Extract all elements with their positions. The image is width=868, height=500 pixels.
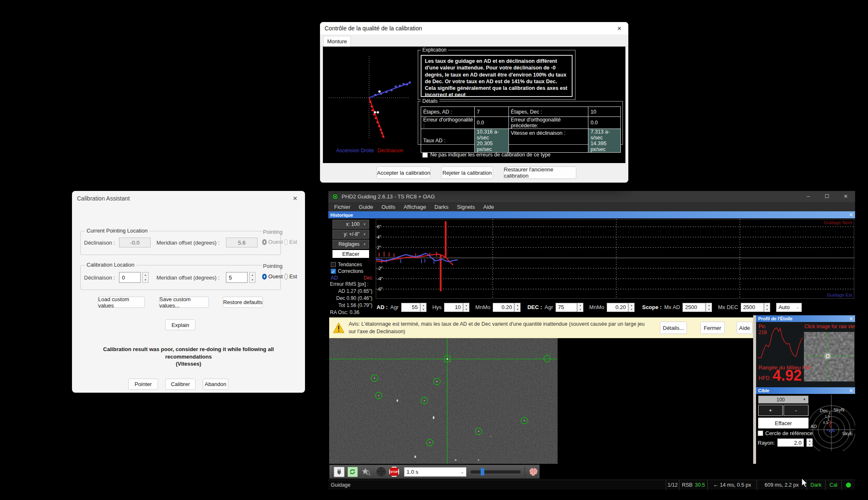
loop-button[interactable] (347, 467, 358, 477)
alert-details-button[interactable]: Détails... (660, 322, 687, 334)
guidage-nord-label: Guidage Nord (824, 220, 853, 225)
history-pane-titlebar[interactable]: Historique ✕ (328, 211, 855, 218)
star-profile-titlebar[interactable]: Profil de l'Étoile ✕ (756, 315, 855, 322)
restore-defaults-button[interactable]: Restore defaults (223, 297, 263, 308)
connect-button[interactable] (334, 467, 345, 477)
abandon-button[interactable]: Abandon (203, 379, 228, 390)
hysteresis-spinner[interactable]: ▲▼ (463, 303, 469, 312)
minimize-button[interactable]: ─ (799, 191, 818, 202)
target-pane-close-icon[interactable]: ✕ (849, 388, 853, 394)
cal-dec-spinner[interactable]: ▲▼ (142, 272, 149, 283)
stretch-slider[interactable] (471, 467, 521, 477)
calibrer-button[interactable]: Calibrer (165, 379, 196, 390)
menu-outils[interactable]: Outils (377, 204, 399, 210)
corrections-checkbox-box[interactable]: ✓ (331, 269, 336, 274)
effacer-button[interactable]: Effacer (332, 250, 369, 258)
brain-button[interactable] (528, 467, 539, 477)
menu-guide[interactable]: Guide (355, 204, 377, 210)
raw-view-hint[interactable]: Click image for raw view (804, 324, 855, 329)
star-closeup-image[interactable] (804, 332, 854, 381)
dec-aggression-input[interactable]: 75 (556, 303, 577, 312)
ytick-4: 4" (377, 235, 381, 240)
status-frame-count: 1/12 (666, 480, 679, 490)
dec-aggression-spinner[interactable]: ▲▼ (577, 303, 583, 312)
dec-minmove-input[interactable]: 0.20 (607, 303, 628, 312)
tendances-checkbox[interactable]: Tendances (331, 262, 362, 267)
tendances-checkbox-box[interactable] (331, 262, 336, 267)
dont-show-checkbox-box[interactable] (422, 152, 428, 158)
history-graph: 6" 4" 2" -2" -4" -6" Guidage Nord Guidag… (376, 219, 854, 299)
window-title: PHD2 Guiding 2.6.13 - TS RC8 + OAG (342, 193, 435, 200)
cal-ouest-radio[interactable] (262, 274, 267, 280)
explication-group: Explication Les taux de guidage en AD et… (418, 50, 575, 100)
menu-aide[interactable]: Aide (479, 204, 498, 210)
maximize-button[interactable]: ☐ (818, 191, 836, 202)
alert-fermer-button[interactable]: Fermer (700, 322, 725, 334)
calibration-tab-page: Ascension Droite Déclinaison Explication… (323, 47, 625, 163)
guide-button[interactable] (375, 467, 387, 477)
pointer-button[interactable]: Pointer (128, 379, 158, 390)
menu-fichier[interactable]: Fichier (330, 204, 355, 210)
reference-circle-checkbox-box[interactable] (758, 431, 763, 436)
ad-minmove-spinner[interactable]: ▲▼ (514, 303, 521, 312)
save-custom-values-button[interactable]: Save custom values... (159, 297, 209, 308)
status-last-move-ra: ← 14 ms, 0.5 px (707, 480, 756, 490)
close-button[interactable]: ✕ (836, 191, 855, 202)
hysteresis-input[interactable]: 10 (444, 303, 463, 312)
max-ad-input[interactable]: 2500 (682, 303, 706, 312)
cal-meridian-input[interactable]: 5 (226, 272, 248, 283)
exposure-dropdown[interactable]: 1.0 s⌄ (404, 467, 466, 477)
reject-calibration-button[interactable]: Rejeter la calibration (441, 166, 493, 179)
hfd-value: 4.92 (773, 367, 802, 384)
dont-show-checkbox[interactable]: Ne pas indiquer les erreurs de calibrati… (422, 152, 551, 158)
details-group: Détails Étapes, AD : 7 Étapes, Dec : 10 … (418, 101, 623, 145)
pane-splitter[interactable] (753, 315, 756, 464)
menu-darks[interactable]: Darks (430, 204, 453, 210)
star-profile-close-icon[interactable]: ✕ (849, 316, 853, 322)
corrections-checkbox[interactable]: ✓ Corrections (331, 268, 363, 274)
cal-est-radio[interactable] (285, 274, 288, 280)
dialog-close-icon[interactable]: ✕ (617, 25, 622, 32)
tab-monture[interactable]: Monture (323, 36, 351, 47)
reference-circle-checkbox[interactable]: Cercle de référence (758, 430, 813, 436)
title-bar[interactable]: PHD2 Guiding 2.6.13 - TS RC8 + OAG ─ ☐ ✕ (328, 191, 855, 202)
slider-thumb[interactable] (481, 468, 484, 475)
alert-aide-button[interactable]: Aide (737, 322, 753, 334)
target-zoom-out-button[interactable]: - (784, 405, 808, 416)
phd2-main-window: PHD2 Guiding 2.6.13 - TS RC8 + OAG ─ ☐ ✕… (328, 191, 855, 490)
current-pointing-legend: Current Pointing Location (85, 228, 149, 234)
dec-mode-dropdown[interactable]: Auto⌄ (776, 303, 802, 312)
status-last-move-dec: 609 ms, 2.2 px (756, 480, 806, 490)
history-pane-close-icon[interactable]: ✕ (849, 212, 853, 218)
accept-calibration-button[interactable]: Accepter la calibration (377, 166, 431, 179)
reglages-dropdown[interactable]: Réglages▼ (332, 240, 369, 249)
ad-aggression-input[interactable]: 55 (401, 303, 420, 312)
target-effacer-button[interactable]: Effacer (758, 418, 808, 428)
ad-aggression-spinner[interactable]: ▲▼ (420, 303, 427, 312)
menu-signets[interactable]: Signets (453, 204, 479, 210)
restore-calibration-button[interactable]: Restaurer l'ancienne calibration (503, 166, 576, 179)
max-dec-input[interactable]: 2500 (741, 303, 764, 312)
cal-meridian-spinner[interactable]: ▲▼ (249, 272, 255, 283)
target-zoom-in-button[interactable]: + (758, 405, 783, 416)
starfield-image[interactable] (329, 338, 558, 464)
dec-minmove-spinner[interactable]: ▲▼ (628, 303, 635, 312)
assistant-close-icon[interactable]: ✕ (293, 195, 298, 202)
max-ad-spinner[interactable]: ▲▼ (706, 303, 712, 312)
menu-affichage[interactable]: Affichage (399, 204, 430, 210)
ad-minmove-input[interactable]: 0.20 (493, 303, 514, 312)
explain-button[interactable]: Explain (165, 319, 196, 330)
radius-input[interactable]: 2.0 (777, 438, 804, 447)
max-dec-spinner[interactable]: ▲▼ (764, 303, 770, 312)
target-zoom-dropdown[interactable]: 100 ▼ (758, 396, 808, 403)
y-scale-dropdown[interactable]: y: +/-8"▼ (332, 230, 369, 239)
cal-dec-input[interactable]: 0 (119, 272, 141, 283)
status-dark-indicator: Dark (806, 480, 825, 490)
load-custom-values-button[interactable]: Load custom values (98, 297, 145, 308)
auto-select-star-button[interactable] (360, 467, 372, 477)
x-scale-dropdown[interactable]: x: 100▼ (332, 220, 369, 229)
stop-button[interactable]: STOP (388, 466, 400, 477)
assistant-title-bar[interactable]: Calibration Assistant ✕ (72, 191, 305, 206)
dialog-title-bar[interactable]: Contrôle de la qualité de la calibration… (320, 22, 628, 35)
target-pane-titlebar[interactable]: Cible ✕ (756, 387, 855, 394)
